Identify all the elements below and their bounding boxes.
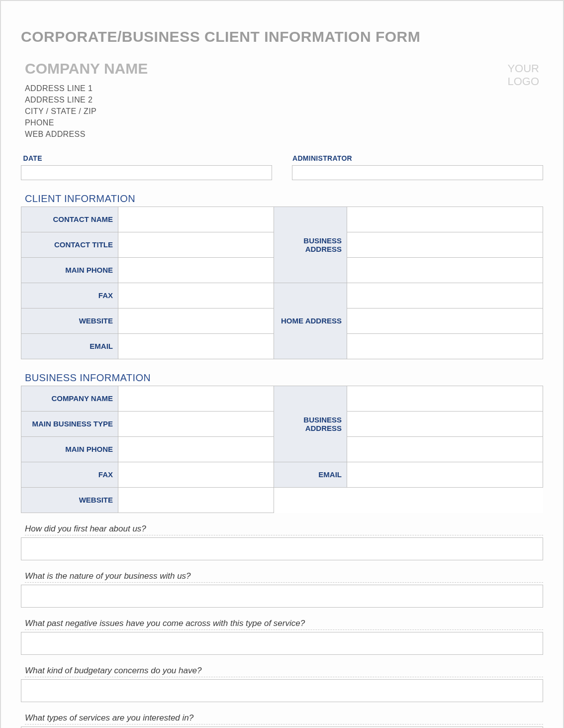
form-title: CORPORATE/BUSINESS CLIENT INFORMATION FO… [21, 28, 543, 45]
input-contact-name[interactable] [118, 207, 274, 232]
question-2-input[interactable] [21, 585, 543, 608]
date-admin-table: DATE ADMINISTRATOR [21, 152, 543, 180]
date-input[interactable] [21, 166, 272, 180]
input-client-fax[interactable] [118, 283, 274, 309]
label-biz-company-name: COMPANY NAME [21, 386, 118, 412]
input-home-address-2[interactable] [347, 309, 543, 334]
label-biz-website: WEBSITE [21, 488, 118, 513]
client-information-table: CONTACT NAME BUSINESS ADDRESS CONTACT TI… [21, 207, 543, 359]
question-3-input[interactable] [21, 632, 543, 655]
label-contact-name: CONTACT NAME [21, 207, 118, 232]
label-business-address: BUSINESS ADDRESS [274, 207, 347, 283]
logo-placeholder-line1: YOUR [507, 62, 539, 75]
label-main-business-type: MAIN BUSINESS TYPE [21, 412, 118, 437]
question-4-label: What kind of budgetary concerns do you h… [25, 666, 543, 677]
company-name: COMPANY NAME [25, 60, 148, 77]
question-5-label: What types of services are you intereste… [25, 713, 543, 725]
input-client-email[interactable] [118, 334, 274, 359]
input-home-address-3[interactable] [347, 334, 543, 359]
input-biz-website[interactable] [118, 488, 274, 513]
input-biz-email[interactable] [347, 462, 543, 488]
logo-placeholder: YOUR LOGO [507, 62, 539, 89]
input-client-website[interactable] [118, 309, 274, 334]
input-biz-business-address-2[interactable] [347, 412, 543, 437]
label-home-address: HOME ADDRESS [274, 283, 347, 359]
input-business-address-1[interactable] [347, 207, 543, 232]
input-biz-company-name[interactable] [118, 386, 274, 412]
administrator-input[interactable] [292, 166, 543, 180]
administrator-label: ADMINISTRATOR [292, 152, 543, 166]
question-4-input[interactable] [21, 679, 543, 702]
question-3-label: What past negative issues have you come … [25, 619, 543, 630]
label-biz-email: EMAIL [274, 462, 347, 488]
input-contact-title[interactable] [118, 232, 274, 258]
input-main-business-type[interactable] [118, 412, 274, 437]
input-business-address-3[interactable] [347, 258, 543, 283]
company-address-1: ADDRESS LINE 1 [25, 84, 148, 93]
label-client-main-phone: MAIN PHONE [21, 258, 118, 283]
client-information-heading: CLIENT INFORMATION [25, 193, 543, 205]
input-client-main-phone[interactable] [118, 258, 274, 283]
company-phone: PHONE [25, 118, 148, 127]
label-biz-fax: FAX [21, 462, 118, 488]
date-label: DATE [21, 152, 272, 166]
company-city-state-zip: CITY / STATE / ZIP [25, 107, 148, 116]
form-page: CORPORATE/BUSINESS CLIENT INFORMATION FO… [0, 0, 564, 728]
business-information-table: COMPANY NAME BUSINESS ADDRESS MAIN BUSIN… [21, 386, 543, 513]
label-biz-business-address: BUSINESS ADDRESS [274, 386, 347, 462]
question-1-input[interactable] [21, 537, 543, 560]
company-header-block: COMPANY NAME ADDRESS LINE 1 ADDRESS LINE… [21, 60, 543, 141]
logo-placeholder-line2: LOGO [507, 75, 539, 88]
label-client-website: WEBSITE [21, 309, 118, 334]
label-contact-title: CONTACT TITLE [21, 232, 118, 258]
company-address-2: ADDRESS LINE 2 [25, 96, 148, 104]
label-client-fax: FAX [21, 283, 118, 309]
company-web: WEB ADDRESS [25, 130, 148, 139]
input-biz-business-address-1[interactable] [347, 386, 543, 412]
question-2-label: What is the nature of your business with… [25, 571, 543, 583]
label-client-email: EMAIL [21, 334, 118, 359]
business-information-heading: BUSINESS INFORMATION [25, 372, 543, 384]
question-1-label: How did you first hear about us? [25, 524, 543, 535]
input-biz-fax[interactable] [118, 462, 274, 488]
label-biz-main-phone: MAIN PHONE [21, 437, 118, 462]
input-biz-business-address-3[interactable] [347, 437, 543, 462]
input-business-address-2[interactable] [347, 232, 543, 258]
input-biz-main-phone[interactable] [118, 437, 274, 462]
input-home-address-1[interactable] [347, 283, 543, 309]
